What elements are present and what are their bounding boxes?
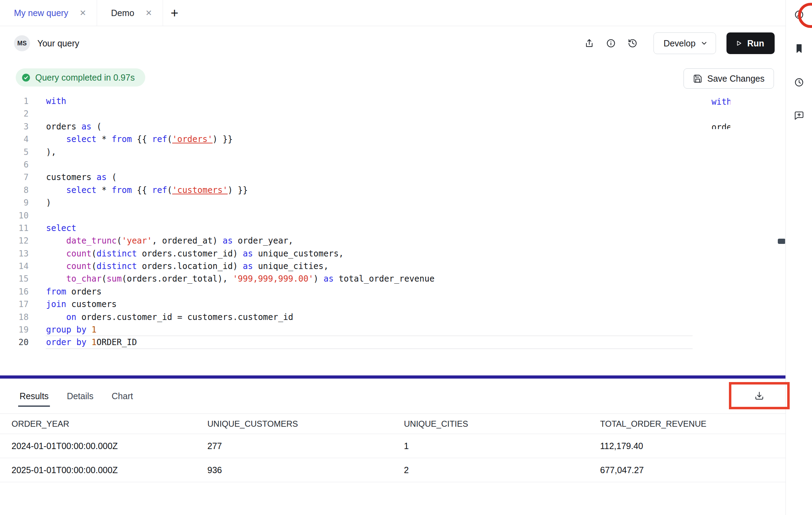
code-line[interactable]: 16from orders [0,285,785,298]
column-header[interactable]: TOTAL_ORDER_REVENUE [600,419,785,429]
line-number: 20 [0,336,29,349]
line-number: 12 [0,234,29,247]
column-header[interactable]: ORDER_YEAR [12,419,207,429]
download-annotation-box [729,382,790,409]
results-panel: ResultsDetailsChart ORDER_YEARUNIQUE_CUS… [0,379,785,515]
develop-label: Develop [664,38,696,48]
column-header[interactable]: UNIQUE_CUSTOMERS [207,419,404,429]
tab-chart[interactable]: Chart [111,379,134,413]
tab-label: Demo [111,8,134,18]
table-cell: 677,047.27 [600,465,785,475]
code-line[interactable]: 20order by 1ORDER_ID [0,336,785,349]
app: My new query✕Demo✕+ MS Your query Develo… [0,0,812,515]
copilot-icon[interactable] [791,7,807,22]
status-badge: Query completed in 0.97s [16,68,145,87]
line-number: 1 [0,95,29,107]
code-line[interactable]: 14 count(distinct orders.location_id) as… [0,260,785,273]
code-line[interactable]: 1with [0,95,785,107]
tab-my-new-query[interactable]: My new query✕ [0,0,97,26]
tab-close-icon[interactable]: ✕ [80,9,86,17]
table-cell: 2 [404,465,600,475]
status-message: Query completed in 0.97s [35,73,135,83]
save-changes-label: Save Changes [707,74,765,84]
line-number: 14 [0,260,29,273]
code-line[interactable]: 12 date_trunc('year', ordered_at) as ord… [0,234,785,247]
code-line[interactable]: 6 [0,158,785,171]
line-number: 11 [0,222,29,234]
column-header[interactable]: UNIQUE_CITIES [404,419,600,429]
table-cell: 1 [404,441,600,451]
code-line[interactable]: 13 count(distinct orders.customer_id) as… [0,247,785,260]
code-editor[interactable]: 1with23orders as (4 select * from {{ ref… [0,95,785,375]
chevron-down-icon [700,39,708,47]
code-line[interactable]: 2 [0,107,785,120]
line-number: 5 [0,146,29,158]
run-button[interactable]: Run [726,32,775,54]
code-line[interactable]: 3orders as ( [0,120,785,133]
feedback-icon[interactable] [791,108,807,124]
code-line[interactable]: 17join customers [0,298,785,311]
code-line[interactable]: 10 [0,209,785,222]
line-number: 7 [0,171,29,184]
table-row[interactable]: 2024-01-01T00:00:00.000Z2771112,179.40 [0,434,785,458]
line-number: 3 [0,120,29,133]
table-cell: 277 [207,441,404,451]
code-line[interactable]: 7customers as ( [0,171,785,184]
tab-results[interactable]: Results [19,379,49,413]
download-icon [754,390,765,401]
avatar: MS [14,35,30,51]
line-number: 6 [0,158,29,171]
minimap[interactable]: withorders as ( select * from {{ ref('or… [694,96,730,129]
new-tab-button[interactable]: + [163,0,186,26]
table-cell: 936 [207,465,404,475]
tab-label: My new query [14,8,68,18]
info-icon[interactable] [603,36,619,51]
check-icon [21,73,31,82]
tab-demo[interactable]: Demo✕ [97,0,163,26]
status-row: Query completed in 0.97s Save Changes [16,68,774,89]
save-changes-button[interactable]: Save Changes [684,68,774,89]
line-number: 13 [0,247,29,260]
line-number: 16 [0,285,29,298]
right-rail [786,0,812,515]
line-number: 8 [0,184,29,196]
play-icon [735,39,743,47]
develop-dropdown[interactable]: Develop [654,32,716,54]
download-button[interactable] [751,387,768,404]
line-number: 18 [0,311,29,323]
save-icon [693,74,702,83]
code-lines: 1with23orders as (4 select * from {{ ref… [0,95,785,349]
code-line[interactable]: 18 on orders.customer_id = customers.cus… [0,311,785,323]
share-icon[interactable] [582,36,597,51]
history-icon[interactable] [625,36,640,51]
line-number: 17 [0,298,29,311]
code-line[interactable]: 19group by 1 [0,323,785,336]
table-cell: 112,179.40 [600,441,785,451]
code-line[interactable]: 4 select * from {{ ref('orders') }} [0,133,785,145]
main-area: My new query✕Demo✕+ MS Your query Develo… [0,0,786,515]
table-header: ORDER_YEARUNIQUE_CUSTOMERSUNIQUE_CITIEST… [0,413,785,434]
table-cell: 2024-01-01T00:00:00.000Z [12,441,207,451]
code-line[interactable]: 8 select * from {{ ref('customers') }} [0,184,785,196]
history-clock-icon[interactable] [791,75,807,90]
code-line[interactable]: 11select [0,222,785,234]
line-number: 2 [0,107,29,120]
line-number: 15 [0,273,29,285]
tab-details[interactable]: Details [66,379,94,413]
page-title: Your query [37,38,79,48]
run-label: Run [747,38,764,48]
code-line[interactable]: 5), [0,146,785,158]
bookmark-icon[interactable] [791,41,807,56]
tab-bar: My new query✕Demo✕+ [0,0,785,26]
code-line[interactable]: 9) [0,196,785,209]
scrollbar-thumb[interactable] [778,239,785,244]
table-row[interactable]: 2025-01-01T00:00:00.000Z9362677,047.27 [0,458,785,482]
line-number: 10 [0,209,29,222]
table-cell: 2025-01-01T00:00:00.000Z [12,465,207,475]
code-line[interactable]: 15 to_char(sum(orders.order_total), '999… [0,273,785,285]
results-table: ORDER_YEARUNIQUE_CUSTOMERSUNIQUE_CITIEST… [0,413,785,482]
tab-close-icon[interactable]: ✕ [146,9,152,17]
panel-resize-divider[interactable] [0,375,785,379]
line-number: 19 [0,323,29,336]
line-number: 9 [0,196,29,209]
